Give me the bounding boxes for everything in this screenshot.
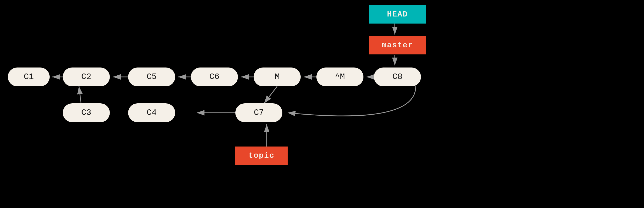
node-c8-label: C8 (392, 72, 402, 82)
arrow-c8-c7 (288, 86, 416, 116)
node-c7-label: C7 (254, 108, 264, 117)
head-label: HEAD (387, 10, 408, 19)
node-c4-label: C4 (147, 108, 157, 117)
node-cm-label: ^M (335, 72, 345, 82)
node-c3-label: C3 (81, 108, 91, 117)
arrow-c3-c2 (79, 86, 81, 103)
node-c1-label: C1 (24, 72, 34, 82)
node-m-label: M (275, 72, 280, 82)
node-c2-label: C2 (81, 72, 91, 82)
diagram-container: C1 C2 C5 C6 M ^M C8 C3 C4 C7 HEAD (0, 0, 644, 208)
diagram-svg: C1 C2 C5 C6 M ^M C8 C3 C4 C7 HEAD (0, 0, 644, 208)
topic-label: topic (248, 151, 275, 160)
node-c5-label: C5 (147, 72, 157, 82)
master-label: master (382, 41, 413, 50)
node-c6-label: C6 (209, 72, 219, 82)
arrow-m-c7 (264, 86, 277, 103)
